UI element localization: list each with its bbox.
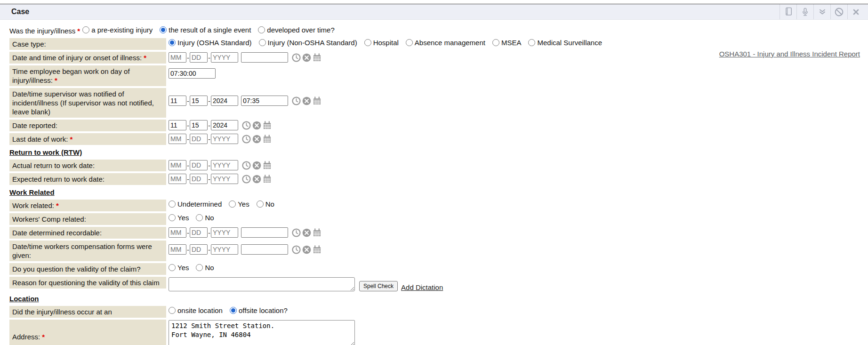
time-picker-icon[interactable]: [242, 161, 251, 170]
day-input[interactable]: [190, 160, 208, 170]
day-input[interactable]: [190, 120, 208, 130]
calendar-icon[interactable]: [263, 135, 272, 144]
undetermined-radio[interactable]: [169, 201, 176, 208]
collapse-all-icon[interactable]: [813, 4, 830, 19]
radio-wc-yes[interactable]: Yes: [169, 214, 189, 222]
radio-injury-osha[interactable]: Injury (OSHA Standard): [169, 39, 252, 47]
year-input[interactable]: [211, 174, 238, 184]
year-input[interactable]: [211, 134, 238, 144]
month-input[interactable]: [169, 120, 186, 130]
radio-work-related-yes[interactable]: Yes: [229, 200, 249, 208]
year-input[interactable]: [211, 227, 238, 238]
validity-yes-radio[interactable]: [169, 264, 176, 271]
time-began-input[interactable]: [169, 68, 216, 79]
wc-no-radio[interactable]: [196, 214, 203, 221]
address-textarea[interactable]: 1212 Smith Street Station. Fort Wayne, I…: [169, 320, 355, 345]
radio-injury-non-osha[interactable]: Injury (Non-OSHA Standard): [259, 39, 357, 47]
time-picker-icon[interactable]: [292, 245, 301, 254]
month-input[interactable]: [169, 96, 186, 106]
radio-absence-management[interactable]: Absence management: [406, 39, 485, 47]
clear-date-icon[interactable]: [302, 245, 311, 254]
work-related-no-radio[interactable]: [257, 201, 264, 208]
year-input[interactable]: [211, 244, 238, 255]
radio-single-event[interactable]: the result of a single event: [160, 26, 251, 34]
calendar-icon[interactable]: [313, 53, 321, 62]
month-input[interactable]: [169, 134, 186, 144]
month-input[interactable]: [169, 160, 186, 170]
calendar-icon[interactable]: [263, 121, 272, 130]
month-input[interactable]: [169, 244, 186, 255]
dictation-microphone-icon[interactable]: [796, 4, 813, 19]
radio-over-time[interactable]: developed over time?: [258, 26, 334, 34]
time-picker-icon[interactable]: [292, 96, 301, 105]
clear-date-icon[interactable]: [302, 228, 311, 237]
onsite-radio[interactable]: [169, 307, 176, 314]
day-input[interactable]: [190, 96, 208, 106]
month-input[interactable]: [169, 227, 186, 238]
time-picker-icon[interactable]: [242, 175, 251, 184]
offsite-radio[interactable]: [230, 307, 237, 314]
radio-offsite[interactable]: offsite location?: [230, 306, 288, 314]
day-input[interactable]: [190, 227, 208, 238]
year-input[interactable]: [211, 160, 238, 170]
calendar-icon[interactable]: [313, 245, 321, 254]
work-related-yes-radio[interactable]: [229, 201, 236, 208]
single-event-radio[interactable]: [160, 26, 167, 33]
radio-validity-no[interactable]: No: [196, 264, 214, 272]
calendar-icon[interactable]: [313, 228, 321, 237]
logbook-icon[interactable]: [780, 4, 796, 19]
clear-date-icon[interactable]: [252, 135, 261, 144]
radio-onsite[interactable]: onsite location: [169, 306, 223, 314]
radio-hospital[interactable]: Hospital: [364, 39, 399, 47]
wc-yes-radio[interactable]: [169, 214, 176, 221]
medical-surveillance-radio[interactable]: [528, 39, 535, 46]
time-input[interactable]: [241, 227, 288, 238]
radio-work-related-no[interactable]: No: [257, 200, 274, 208]
month-input[interactable]: [169, 52, 186, 63]
day-input[interactable]: [190, 134, 208, 144]
year-input[interactable]: [211, 96, 238, 106]
time-picker-icon[interactable]: [242, 135, 251, 144]
time-picker-icon[interactable]: [242, 121, 251, 130]
pre-existing-radio[interactable]: [82, 26, 89, 33]
clear-date-icon[interactable]: [252, 175, 261, 184]
reason-validity-textarea[interactable]: [169, 277, 355, 291]
time-picker-icon[interactable]: [292, 228, 301, 237]
absence-management-radio[interactable]: [406, 39, 413, 46]
time-input[interactable]: [241, 96, 288, 106]
add-dictation-link[interactable]: Add Dictation: [401, 283, 443, 291]
calendar-icon[interactable]: [263, 175, 272, 184]
day-input[interactable]: [190, 52, 208, 63]
injury-osha-radio[interactable]: [169, 39, 176, 46]
over-time-radio[interactable]: [258, 26, 265, 33]
radio-validity-yes[interactable]: Yes: [169, 264, 189, 272]
day-input[interactable]: [190, 174, 208, 184]
spell-check-button[interactable]: Spell Check: [359, 281, 398, 291]
radio-wc-no[interactable]: No: [196, 214, 214, 222]
msea-radio[interactable]: [492, 39, 499, 46]
clear-date-icon[interactable]: [252, 121, 261, 130]
clear-date-icon[interactable]: [302, 53, 311, 62]
field-label: Address:*: [9, 320, 166, 345]
time-picker-icon[interactable]: [292, 53, 301, 62]
radio-medical-surveillance[interactable]: Medical Surveillance: [528, 39, 602, 47]
osha301-report-link[interactable]: OSHA301 - Injury and Illness Incident Re…: [719, 50, 860, 58]
hospital-radio[interactable]: [364, 39, 371, 46]
calendar-icon[interactable]: [263, 161, 272, 170]
year-input[interactable]: [211, 52, 238, 63]
time-input[interactable]: [241, 244, 288, 255]
day-input[interactable]: [190, 244, 208, 255]
calendar-icon[interactable]: [313, 96, 321, 105]
month-input[interactable]: [169, 174, 186, 184]
injury-non-osha-radio[interactable]: [259, 39, 266, 46]
radio-pre-existing[interactable]: a pre-existing injury: [82, 26, 153, 34]
radio-msea[interactable]: MSEA: [492, 39, 522, 47]
close-panel-icon[interactable]: [847, 4, 864, 19]
year-input[interactable]: [211, 120, 238, 130]
validity-no-radio[interactable]: [196, 264, 203, 271]
time-input[interactable]: [241, 52, 288, 63]
radio-undetermined[interactable]: Undetermined: [169, 200, 222, 208]
void-record-icon[interactable]: [830, 4, 847, 19]
clear-date-icon[interactable]: [252, 161, 261, 170]
clear-date-icon[interactable]: [302, 96, 311, 105]
